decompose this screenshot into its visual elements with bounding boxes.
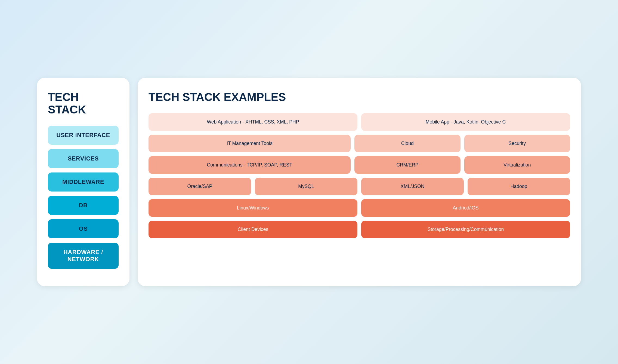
right-panel-title: TECH STACK EXAMPLES bbox=[149, 91, 570, 103]
examples-row: Web Application - XHTML, CSS, XML, PHPMo… bbox=[149, 113, 570, 131]
examples-row: Communications - TCP/IP, SOAP, RESTCRM/E… bbox=[149, 156, 570, 174]
example-item: Web Application - XHTML, CSS, XML, PHP bbox=[149, 113, 357, 131]
stack-item: USER INTERFACE bbox=[48, 126, 119, 145]
stack-item: SERVICES bbox=[48, 149, 119, 168]
example-item: Oracle/SAP bbox=[149, 178, 251, 195]
example-item: Communications - TCP/IP, SOAP, REST bbox=[149, 156, 351, 174]
examples-row: Client DevicesStorage/Processing/Communi… bbox=[149, 221, 570, 238]
stack-list: USER INTERFACESERVICESMIDDLEWAREDBOSHARD… bbox=[48, 126, 119, 269]
example-item: Cloud bbox=[354, 135, 461, 152]
example-item: CRM/ERP bbox=[354, 156, 461, 174]
example-item: XML/JSON bbox=[361, 178, 464, 195]
examples-row: Linux/WindowsAndriod/iOS bbox=[149, 199, 570, 217]
examples-row: IT Management ToolsCloudSecurity bbox=[149, 135, 570, 152]
right-panel: TECH STACK EXAMPLES Web Application - XH… bbox=[138, 78, 581, 286]
stack-item: MIDDLEWARE bbox=[48, 172, 119, 192]
example-item: Linux/Windows bbox=[149, 199, 357, 217]
example-item: Security bbox=[464, 135, 570, 152]
main-container: TECH STACK USER INTERFACESERVICESMIDDLEW… bbox=[37, 78, 581, 286]
example-item: MySQL bbox=[255, 178, 357, 195]
example-item: Storage/Processing/Communication bbox=[361, 221, 570, 238]
examples-row: Oracle/SAPMySQLXML/JSONHadoop bbox=[149, 178, 570, 195]
example-item: Virtualization bbox=[464, 156, 570, 174]
stack-item: HARDWARE / NETWORK bbox=[48, 243, 119, 269]
example-item: Client Devices bbox=[149, 221, 357, 238]
left-panel-title: TECH STACK bbox=[48, 91, 119, 116]
left-panel: TECH STACK USER INTERFACESERVICESMIDDLEW… bbox=[37, 78, 129, 286]
example-item: Mobile App - Java, Kotlin, Objective C bbox=[361, 113, 570, 131]
examples-grid: Web Application - XHTML, CSS, XML, PHPMo… bbox=[149, 113, 570, 238]
example-item: Hadoop bbox=[468, 178, 570, 195]
stack-item: DB bbox=[48, 196, 119, 215]
example-item: Andriod/iOS bbox=[361, 199, 570, 217]
example-item: IT Management Tools bbox=[149, 135, 351, 152]
stack-item: OS bbox=[48, 219, 119, 238]
